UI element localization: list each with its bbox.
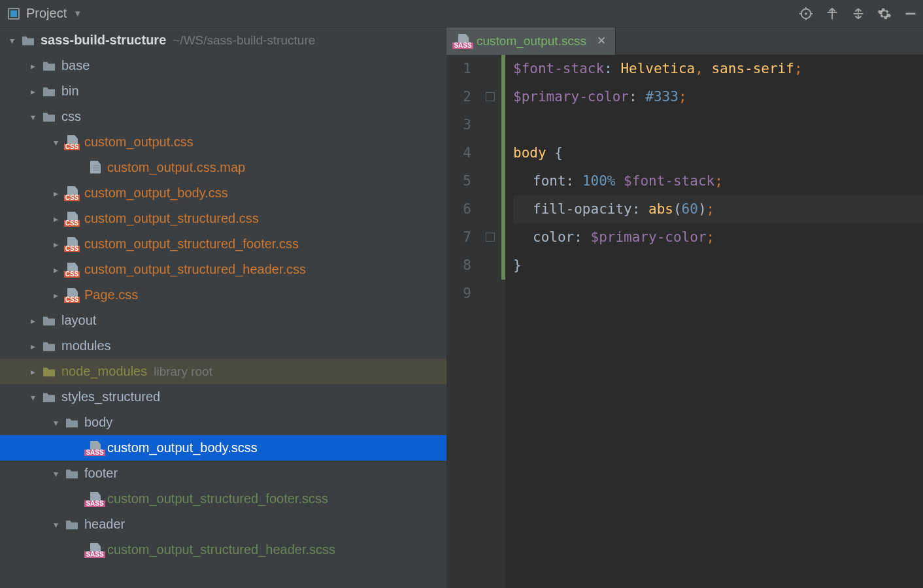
tree-folder-css[interactable]: css [0, 104, 446, 129]
svg-point-1 [805, 12, 807, 15]
tree-folder-header[interactable]: header [0, 512, 446, 537]
tree-folder-footer[interactable]: footer [0, 461, 446, 486]
chevron-right-icon[interactable] [49, 265, 62, 275]
tree-file-page-css[interactable]: CSS Page.css [0, 282, 446, 308]
line-number: 9 [446, 280, 471, 308]
tree-file-custom-output-css-map[interactable]: custom_output.css.map [0, 155, 446, 180]
css-file-icon: CSS [65, 186, 79, 201]
line-number: 3 [446, 111, 471, 139]
line-number: 8 [446, 252, 471, 280]
chevron-down-icon[interactable] [49, 519, 62, 530]
tree-folder-modules[interactable]: modules [0, 333, 446, 359]
css-file-icon: CSS [65, 212, 79, 226]
chevron-down-icon[interactable] [49, 468, 62, 479]
locate-icon[interactable] [799, 7, 813, 21]
sass-file-icon: SASS [456, 34, 470, 48]
settings-icon[interactable] [877, 7, 892, 21]
code-line: color: $primary-color; [513, 223, 923, 252]
code-editor[interactable]: 1 2 3 4 5 6 7 8 9 $font-stack: Helvetica… [446, 55, 923, 588]
chevron-down-icon[interactable] [49, 137, 62, 148]
tree-item-label: custom_output.css.map [107, 160, 245, 175]
folder-icon [42, 340, 56, 352]
folder-icon [42, 391, 56, 403]
tree-folder-styles-structured[interactable]: styles_structured [0, 384, 446, 410]
editor-margin [479, 55, 501, 588]
chevron-right-icon[interactable] [49, 188, 62, 199]
editor-tab[interactable]: SASS custom_output.scss ✕ [446, 27, 616, 55]
breakpoint-marker[interactable] [486, 92, 495, 101]
tree-folder-layout[interactable]: layout [0, 308, 446, 333]
tree-file-custom-output-structured-header-scss[interactable]: SASS custom_output_structured_header.scs… [0, 537, 446, 563]
tree-item-label: custom_output_body.css [84, 186, 228, 201]
tree-item-label: bin [61, 84, 79, 99]
code-line: font: 100% $font-stack; [513, 167, 923, 195]
expand-all-icon[interactable] [825, 7, 839, 21]
tree-file-custom-output-structured-header-css[interactable]: CSS custom_output_structured_header.css [0, 257, 446, 282]
css-file-icon: CSS [65, 135, 79, 150]
tree-folder-base[interactable]: base [0, 53, 446, 78]
line-number: 2 [446, 83, 471, 111]
tree-file-custom-output-css[interactable]: CSS custom_output.css [0, 129, 446, 155]
library-root-suffix: library root [154, 365, 212, 379]
code-line-current: fill-opacity: abs(60); [513, 195, 923, 223]
chevron-right-icon[interactable] [49, 290, 62, 301]
chevron-right-icon[interactable] [26, 316, 39, 326]
code-line: } [513, 252, 923, 280]
tree-file-custom-output-body-scss[interactable]: SASS custom_output_body.scss [0, 435, 446, 461]
tree-item-label: custom_output_body.scss [107, 440, 258, 455]
tree-root[interactable]: sass-build-structure ~/WS/sass-build-str… [0, 27, 446, 53]
code-line: body { [513, 139, 923, 167]
breakpoint-marker[interactable] [486, 233, 495, 242]
close-icon[interactable]: ✕ [597, 34, 606, 48]
tree-file-custom-output-structured-footer-scss[interactable]: SASS custom_output_structured_footer.scs… [0, 486, 446, 512]
folder-icon [42, 315, 56, 327]
code-line: $primary-color: #333; [513, 83, 923, 111]
folder-icon [65, 417, 79, 429]
line-number: 5 [446, 167, 471, 195]
folder-icon [65, 468, 79, 480]
chevron-right-icon[interactable] [26, 86, 39, 97]
tab-title: custom_output.scss [477, 34, 586, 48]
chevron-down-icon[interactable] [26, 112, 39, 122]
sass-file-icon: SASS [88, 492, 102, 506]
chevron-right-icon[interactable] [26, 61, 39, 71]
tree-file-custom-output-structured-footer-css[interactable]: CSS custom_output_structured_footer.css [0, 231, 446, 257]
tree-item-label: styles_structured [61, 389, 160, 404]
chevron-down-icon[interactable] [26, 392, 39, 402]
tree-item-label: footer [84, 466, 118, 481]
editor-tab-bar: SASS custom_output.scss ✕ [446, 27, 923, 55]
code-line [513, 111, 923, 139]
tree-item-label: custom_output_structured_footer.css [84, 237, 299, 252]
css-file-icon: CSS [65, 263, 79, 277]
project-toolbar: Project ▼ [0, 0, 923, 27]
chevron-down-icon[interactable] [5, 35, 18, 46]
folder-icon [21, 35, 35, 46]
dropdown-icon: ▼ [73, 8, 82, 18]
project-icon [8, 8, 20, 20]
chevron-right-icon[interactable] [49, 239, 62, 250]
code-line: $font-stack: Helvetica, sans-serif; [513, 55, 923, 83]
project-tree[interactable]: sass-build-structure ~/WS/sass-build-str… [0, 27, 446, 588]
chevron-down-icon[interactable] [49, 417, 62, 428]
tree-folder-body[interactable]: body [0, 410, 446, 435]
chevron-right-icon[interactable] [49, 214, 62, 224]
tree-item-label: custom_output.css [84, 135, 193, 150]
collapse-all-icon[interactable] [851, 7, 865, 21]
code-content[interactable]: $font-stack: Helvetica, sans-serif; $pri… [505, 55, 923, 588]
chevron-right-icon[interactable] [26, 341, 39, 351]
line-number: 7 [446, 223, 471, 252]
folder-icon [65, 519, 79, 531]
project-dropdown-button[interactable]: Project ▼ [8, 6, 82, 21]
tree-file-custom-output-body-css[interactable]: CSS custom_output_body.css [0, 180, 446, 206]
tree-item-label: custom_output_structured_footer.scss [107, 491, 328, 506]
tree-item-label: node_modules [61, 364, 147, 379]
hide-icon[interactable] [903, 7, 918, 21]
tree-folder-node-modules[interactable]: node_modules library root [0, 359, 446, 384]
line-number-gutter: 1 2 3 4 5 6 7 8 9 [446, 55, 479, 588]
tree-folder-bin[interactable]: bin [0, 78, 446, 104]
sass-file-icon: SASS [88, 441, 102, 455]
chevron-right-icon[interactable] [26, 367, 39, 377]
tree-file-custom-output-structured-css[interactable]: CSS custom_output_structured.css [0, 206, 446, 231]
line-number: 6 [446, 195, 471, 223]
tree-root-path: ~/WS/sass-build-structure [173, 33, 315, 48]
